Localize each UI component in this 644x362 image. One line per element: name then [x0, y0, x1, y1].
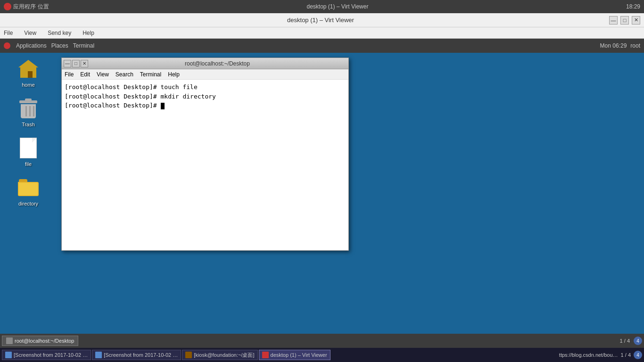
host-pager-badge[interactable]: 4 — [634, 351, 642, 359]
host-task-kiosk-icon — [185, 352, 192, 358]
virt-viewer-maximize-button[interactable]: □ — [620, 16, 629, 25]
guest-pager: 1 / 4 — [620, 338, 630, 344]
guest-taskbar: root@localhost:~/Desktop 1 / 4 4 — [0, 334, 644, 348]
host-time: 18:29 — [626, 3, 640, 10]
terminal-wm-buttons: — □ ✕ — [64, 60, 88, 67]
guest-time: Mon 06:29 — [600, 42, 627, 49]
host-task-kiosk-label: [kiosk@foundation:~/桌面] — [194, 352, 254, 359]
terminal-window: — □ ✕ root@localhost:~/Desktop File Edit… — [61, 58, 349, 251]
host-task-virt[interactable]: desktop (1) – Virt Viewer — [259, 350, 330, 360]
vv-menu-file[interactable]: File — [2, 30, 15, 36]
host-task-screenshot1-label: [Screenshot from 2017-10-02 … — [14, 352, 88, 358]
host-app-icon — [4, 3, 11, 10]
host-task-screenshot1-icon — [5, 352, 12, 358]
file-icon — [17, 137, 40, 159]
terminal-menu-file[interactable]: File — [65, 71, 74, 78]
host-topbar-left: 应用程序 位置 — [4, 3, 49, 11]
terminal-menubar: File Edit View Search Terminal Help — [62, 69, 348, 80]
home-icon — [17, 58, 40, 80]
guest-terminal-menu[interactable]: Terminal — [73, 42, 94, 49]
host-task-screenshot2[interactable]: [Screenshot from 2017-10-02 … — [92, 350, 181, 360]
terminal-menu-edit[interactable]: Edit — [80, 71, 90, 78]
desktop-icons: home — [0, 53, 57, 334]
terminal-titlebar: — □ ✕ root@localhost:~/Desktop — [62, 58, 348, 69]
virt-viewer-controls: — □ ✕ — [609, 16, 640, 25]
host-url-hint: ttps://blog.csdn.net/bou… — [559, 352, 618, 358]
trash-icon — [17, 97, 40, 120]
host-taskbar: [Screenshot from 2017-10-02 … [Screensho… — [0, 348, 644, 362]
terminal-close-button[interactable]: ✕ — [81, 60, 88, 67]
host-task-virt-label: desktop (1) – Virt Viewer — [271, 352, 327, 358]
terminal-line-1: [root@localhost Desktop]# touch file — [65, 82, 346, 92]
terminal-line-2: [root@localhost Desktop]# mkdir director… — [65, 92, 346, 101]
desktop-icon-home[interactable]: home — [9, 58, 47, 88]
host-task-screenshot1[interactable]: [Screenshot from 2017-10-02 … — [2, 350, 91, 360]
desktop-icon-trash[interactable]: Trash — [9, 97, 47, 127]
desktop-icon-directory[interactable]: directory — [9, 176, 47, 206]
terminal-minimize-button[interactable]: — — [64, 60, 71, 67]
vv-menu-sendkey[interactable]: Send key — [46, 30, 73, 36]
terminal-cursor — [161, 103, 165, 109]
terminal-line-3: [root@localhost Desktop]# — [65, 101, 346, 110]
guest-topbar-right: Mon 06:29 root — [600, 42, 640, 49]
vv-menu-view[interactable]: View — [22, 30, 38, 36]
guest-area: Applications Places Terminal Mon 06:29 r… — [0, 39, 644, 348]
terminal-title: root@localhost:~/Desktop — [88, 60, 347, 67]
host-topbar: 应用程序 位置 desktop (1) – Virt Viewer 18:29 — [0, 0, 644, 13]
host-task-screenshot2-icon — [95, 352, 102, 358]
folder-icon — [17, 176, 40, 199]
guest-desktop: home — [0, 53, 644, 334]
terminal-menu-help[interactable]: Help — [168, 71, 180, 78]
host-app-menu[interactable]: 应用程序 — [13, 3, 36, 11]
host-task-virt-icon — [262, 352, 269, 358]
desktop-icon-directory-label: directory — [18, 201, 38, 206]
guest-places-menu[interactable]: Places — [51, 42, 68, 49]
terminal-menu-search[interactable]: Search — [116, 71, 133, 78]
host-task-screenshot2-label: [Screenshot from 2017-10-02 … — [104, 352, 178, 358]
terminal-menu-terminal[interactable]: Terminal — [140, 71, 161, 78]
guest-taskbar-right: 1 / 4 4 — [620, 337, 642, 345]
virt-viewer-titlebar: desktop (1) – Virt Viewer — □ ✕ — [0, 13, 644, 27]
desktop-icon-file[interactable]: file — [9, 137, 47, 167]
virt-viewer-menubar: File View Send key Help — [0, 27, 644, 39]
guest-topbar: Applications Places Terminal Mon 06:29 r… — [0, 39, 644, 53]
guest-pager-badge[interactable]: 4 — [634, 337, 642, 345]
guest-topbar-menus: Applications Places Terminal — [16, 42, 94, 49]
guest-taskbar-terminal[interactable]: root@localhost:~/Desktop — [2, 336, 78, 346]
outer-window: 应用程序 位置 desktop (1) – Virt Viewer 18:29 … — [0, 0, 644, 362]
desktop-icon-trash-label: Trash — [22, 122, 35, 127]
terminal-menu-view[interactable]: View — [97, 71, 109, 78]
host-taskbar-right: ttps://blog.csdn.net/bou… 1 / 4 4 — [559, 351, 642, 359]
host-task-kiosk[interactable]: [kiosk@foundation:~/桌面] — [182, 350, 257, 360]
guest-app-icon — [4, 42, 10, 49]
host-window-title: desktop (1) – Virt Viewer — [49, 3, 626, 10]
host-places-menu[interactable]: 位置 — [38, 3, 49, 11]
host-pager-text: 1 / 4 — [621, 352, 631, 358]
vv-menu-help[interactable]: Help — [81, 30, 96, 36]
virt-viewer-title: desktop (1) – Virt Viewer — [32, 16, 609, 24]
terminal-content[interactable]: [root@localhost Desktop]# touch file [ro… — [62, 80, 348, 250]
guest-user: root — [630, 42, 640, 49]
virt-viewer-minimize-button[interactable]: — — [609, 16, 618, 25]
guest-applications-menu[interactable]: Applications — [16, 42, 47, 49]
terminal-restore-button[interactable]: □ — [72, 60, 80, 67]
guest-taskbar-terminal-label: root@localhost:~/Desktop — [15, 338, 74, 344]
desktop-icon-home-label: home — [22, 82, 35, 88]
host-topbar-right: 18:29 — [626, 3, 640, 10]
guest-taskbar-terminal-icon — [6, 337, 13, 344]
desktop-icon-file-label: file — [25, 161, 32, 167]
virt-viewer-close-button[interactable]: ✕ — [632, 16, 640, 25]
